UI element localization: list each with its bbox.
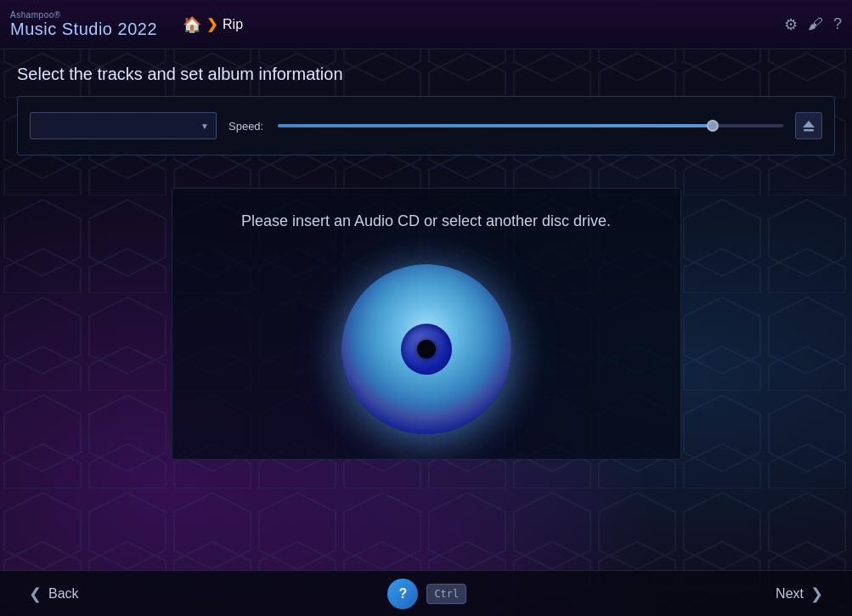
app-branding: Ashampoo® Music Studio 2022 (10, 10, 157, 39)
bottom-navigation: ❮ Back ? Ctrl Next ❯ (0, 570, 852, 616)
next-button[interactable]: Next ❯ (764, 578, 835, 610)
header: Ashampoo® Music Studio 2022 🏠 ❯ Rip ⚙ 🖌 … (0, 0, 852, 49)
next-label: Next (776, 586, 804, 602)
speed-label: Speed: (229, 120, 269, 133)
header-actions: ⚙ 🖌 ? (784, 15, 842, 34)
breadcrumb-current: Rip (223, 17, 243, 32)
home-icon[interactable]: 🏠 (183, 15, 201, 34)
drive-selector[interactable]: ▼ (30, 112, 217, 139)
help-header-icon[interactable]: ? (833, 15, 842, 33)
speed-slider-thumb (707, 120, 719, 132)
help-circle-label: ? (398, 586, 407, 602)
app-title: Music Studio 2022 (10, 20, 157, 39)
page-title: Select the tracks and set album informat… (17, 65, 835, 84)
drive-panel: ▼ Speed: (17, 96, 835, 155)
settings-icon[interactable]: ⚙ (784, 15, 798, 34)
kbd-label: Ctrl (434, 588, 459, 600)
app-brand: Ashampoo® (10, 10, 157, 20)
breadcrumb: 🏠 ❯ Rip (183, 15, 784, 34)
bottom-center-controls: ? Ctrl (387, 579, 466, 609)
next-arrow-icon: ❯ (810, 585, 823, 603)
help-button[interactable]: ? (387, 579, 418, 609)
svg-rect-1 (804, 129, 814, 132)
cd-hole (417, 340, 436, 359)
cd-message: Please insert an Audio CD or select anot… (241, 212, 611, 230)
palette-icon[interactable]: 🖌 (808, 15, 823, 33)
cd-disc (341, 264, 511, 434)
keyboard-shortcut-badge[interactable]: Ctrl (426, 584, 466, 604)
eject-button[interactable] (795, 112, 822, 139)
cd-placeholder-area: Please insert an Audio CD or select anot… (172, 188, 681, 460)
chevron-down-icon: ▼ (200, 122, 209, 131)
back-label: Back (48, 586, 79, 602)
main-content: Select the tracks and set album informat… (0, 49, 852, 188)
eject-icon (801, 118, 816, 133)
svg-marker-0 (803, 121, 815, 127)
breadcrumb-arrow: ❯ (206, 16, 217, 32)
speed-section: Speed: (229, 117, 783, 134)
cd-inner-ring (401, 324, 452, 375)
speed-slider[interactable] (278, 117, 783, 134)
back-arrow-icon: ❮ (29, 585, 42, 603)
speed-slider-track (278, 124, 783, 127)
back-button[interactable]: ❮ Back (17, 578, 91, 610)
